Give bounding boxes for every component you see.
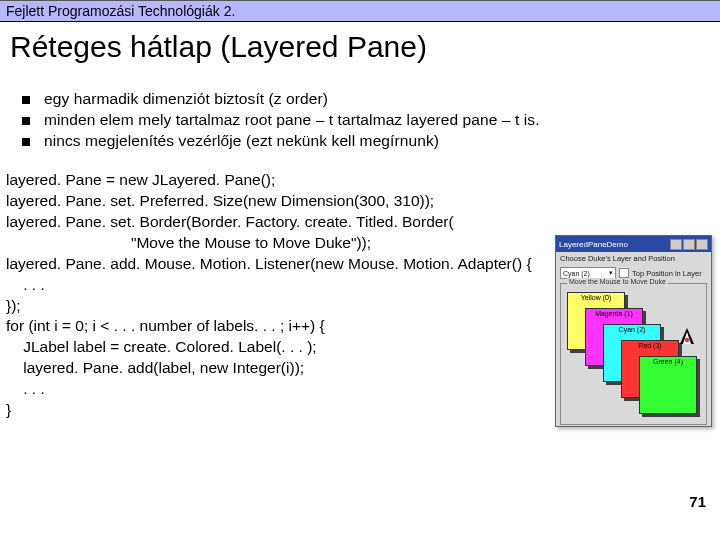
window-buttons bbox=[670, 239, 708, 250]
bullet-item: nincs megjelenítés vezérlője (ezt nekünk… bbox=[22, 132, 720, 150]
bullet-text: egy harmadik dimenziót biztosít (z order… bbox=[44, 90, 328, 108]
demo-row-label: Choose Duke's Layer and Position bbox=[556, 252, 711, 265]
bullet-square-icon bbox=[22, 96, 30, 104]
code-line: for (int i = 0; i < . . . number of labe… bbox=[6, 317, 325, 334]
bullet-square-icon bbox=[22, 138, 30, 146]
duke-icon bbox=[677, 326, 697, 346]
demo-window-title: LayeredPaneDemo bbox=[559, 240, 628, 249]
code-line: . . . bbox=[6, 380, 45, 397]
code-line: layered. Pane = new JLayered. Pane(); bbox=[6, 171, 275, 188]
stage-border-title: Move the Mouse to Move Duke bbox=[567, 278, 668, 285]
bullet-item: minden elem mely tartalmaz root pane – t… bbox=[22, 111, 720, 129]
header-text: Fejlett Programozási Technológiák 2. bbox=[6, 3, 235, 19]
code-line: . . . bbox=[6, 276, 45, 293]
bullet-square-icon bbox=[22, 117, 30, 125]
bullet-list: egy harmadik dimenziót biztosít (z order… bbox=[22, 90, 720, 150]
code-line: layered. Pane. add. Mouse. Motion. Liste… bbox=[6, 255, 532, 272]
bullet-text: minden elem mely tartalmaz root pane – t… bbox=[44, 111, 540, 129]
bullet-item: egy harmadik dimenziót biztosít (z order… bbox=[22, 90, 720, 108]
top-position-checkbox[interactable]: Top Position in Layer bbox=[619, 268, 702, 278]
layer-square-green: Green (4) bbox=[639, 356, 697, 414]
chevron-down-icon: ▾ bbox=[609, 269, 613, 277]
close-icon[interactable] bbox=[696, 239, 708, 250]
code-line: JLabel label = create. Colored. Label(. … bbox=[6, 338, 317, 355]
minimize-icon[interactable] bbox=[670, 239, 682, 250]
page-number: 71 bbox=[689, 493, 706, 510]
slide-header: Fejlett Programozási Technológiák 2. bbox=[0, 0, 720, 22]
svg-point-2 bbox=[685, 338, 689, 342]
code-line: "Move the Mouse to Move Duke")); bbox=[6, 234, 371, 251]
code-line: layered. Pane. set. Preferred. Size(new … bbox=[6, 192, 434, 209]
code-line: } bbox=[6, 401, 11, 418]
maximize-icon[interactable] bbox=[683, 239, 695, 250]
layer-select-value: Cyan (2) bbox=[563, 270, 590, 277]
slide-title: Réteges hátlap (Layered Pane) bbox=[10, 30, 710, 64]
demo-titlebar: LayeredPaneDemo bbox=[556, 236, 711, 252]
code-line: layered. Pane. set. Border(Border. Facto… bbox=[6, 213, 454, 230]
bullet-text: nincs megjelenítés vezérlője (ezt nekünk… bbox=[44, 132, 439, 150]
checkbox-label: Top Position in Layer bbox=[632, 269, 702, 278]
demo-stage: Move the Mouse to Move Duke Yellow (0) M… bbox=[560, 283, 707, 425]
code-line: layered. Pane. add(label, new Integer(i)… bbox=[6, 359, 304, 376]
checkbox-box-icon bbox=[619, 268, 629, 278]
demo-window: LayeredPaneDemo Choose Duke's Layer and … bbox=[555, 235, 712, 427]
code-line: }); bbox=[6, 297, 21, 314]
